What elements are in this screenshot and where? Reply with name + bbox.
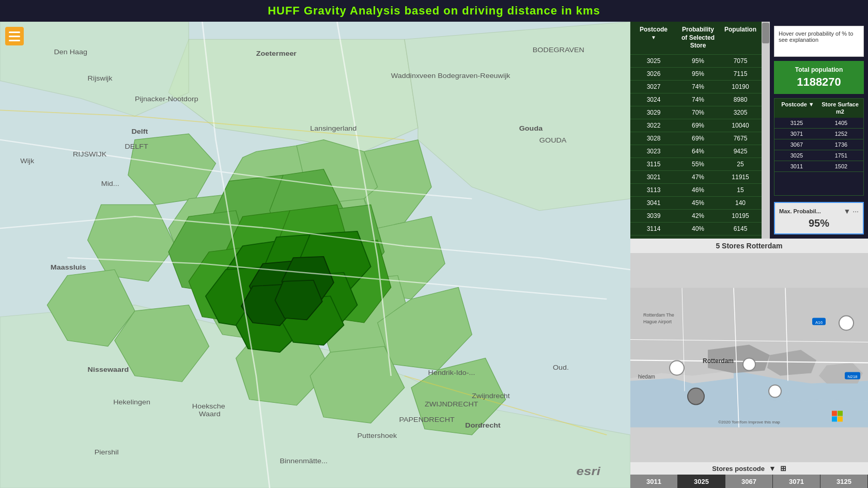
cell-population: 15	[719, 184, 762, 196]
postcode-tab-3025[interactable]: 3025	[678, 475, 725, 488]
cell-population: 25	[719, 158, 762, 170]
page-title: HUFF Gravity Analysis based on driving d…	[0, 0, 868, 22]
svg-text:Rotterdam: Rotterdam	[703, 357, 734, 365]
scrollbar-thumb[interactable]	[762, 23, 769, 43]
table-row[interactable]: 3028 69% 7675	[630, 132, 762, 145]
table-row[interactable]: 3039 42% 10195	[630, 210, 762, 223]
store-surface-col2: Store Surface m2	[819, 101, 861, 116]
col-postcode: Postcode ▼	[630, 24, 677, 52]
table-header: Postcode ▼ Probability of Selected Store…	[630, 22, 762, 55]
map-label-rijswijk-upper: RIJSWIJK	[73, 150, 106, 158]
store-surface-row[interactable]: 3011 1502	[774, 161, 863, 172]
max-prob-more-icon[interactable]: ···	[853, 207, 859, 215]
postcode-tab-3067[interactable]: 3067	[725, 475, 773, 488]
cell-probability: 46%	[677, 184, 719, 196]
cell-population: 8980	[719, 93, 762, 106]
max-prob-value: 95%	[779, 217, 859, 229]
table-row[interactable]: 3029 70% 3205	[630, 106, 762, 119]
map-label-nissewaard: Nissewaard	[88, 366, 129, 373]
max-prob-filter-icon[interactable]: ▼	[843, 207, 850, 215]
table-body[interactable]: 3025 95% 7075 3026 95% 7115 3027 74% 101…	[630, 55, 762, 239]
table-row[interactable]: 3025 95% 7075	[630, 55, 762, 68]
map-label-rijswijk: Rijswijk	[88, 75, 113, 82]
table-row[interactable]: 3115 55% 25	[630, 158, 762, 171]
store-surface-row[interactable]: 3125 1405	[774, 118, 863, 129]
store-surface-row[interactable]: 3071 1252	[774, 129, 863, 139]
store-circle-5	[839, 316, 854, 330]
postcode-tab-3011[interactable]: 3011	[630, 475, 678, 488]
table-row[interactable]: 3023 64% 9425	[630, 145, 762, 158]
cell-probability: 47%	[677, 171, 719, 183]
hover-tooltip: Hover over probability of % to see expla…	[774, 26, 864, 57]
svg-text:Rotterdam The: Rotterdam The	[643, 312, 674, 318]
store-circle-1	[670, 361, 684, 375]
store-circle-2	[743, 358, 755, 371]
col-probability: Probability of Selected Store	[677, 24, 719, 52]
store-surface-body: 3125 1405 3071 1252 3067 1736 3025 1751 …	[774, 118, 863, 172]
cell-probability: 69%	[677, 119, 719, 132]
main-map[interactable]: Den Haag Rijswijk Pijnacker-Nootdorp Zoe…	[0, 22, 630, 488]
table-row[interactable]: 3024 74% 8980	[630, 93, 762, 106]
map-label-wijk: Wijk	[20, 158, 34, 165]
table-row[interactable]: 3026 95% 7115	[630, 68, 762, 81]
svg-rect-52	[832, 411, 837, 416]
col-population: Population	[719, 24, 762, 52]
grid-icon[interactable]: ⊞	[780, 464, 786, 473]
total-population-value: 1188270	[779, 75, 859, 89]
ss-surface: 1751	[819, 150, 863, 161]
table-scrollbar[interactable]	[762, 22, 770, 239]
table-row[interactable]: 3041 45% 140	[630, 197, 762, 210]
ss-surface: 1405	[819, 118, 863, 128]
hamburger-button[interactable]	[5, 27, 24, 45]
ss-postcode: 3071	[774, 129, 819, 139]
cell-probability: 74%	[677, 93, 719, 106]
ss-postcode: 3011	[774, 161, 819, 171]
svg-rect-55	[838, 417, 843, 422]
total-population-box: Total population 1188270	[774, 61, 864, 94]
map-svg: Den Haag Rijswijk Pijnacker-Nootdorp Zoe…	[0, 22, 630, 488]
stores-rotterdam-title: 5 Stores Rotterdam	[630, 239, 868, 253]
store-surface-row[interactable]: 3067 1736	[774, 139, 863, 150]
cell-population: 7675	[719, 132, 762, 145]
bottom-right-panel: 5 Stores Rotterdam	[630, 239, 868, 488]
cell-postcode: 3041	[630, 197, 677, 209]
table-row[interactable]: 3113 46% 15	[630, 184, 762, 197]
postcode-tab-3071[interactable]: 3071	[773, 475, 820, 488]
map-label-oud: Oud.	[553, 364, 569, 371]
map-label-puttershoek: Puttershoek	[358, 432, 397, 439]
cell-postcode: 3024	[630, 93, 677, 106]
ss-surface: 1252	[819, 129, 863, 139]
mini-map-svg: Rotterdam hiedam Rotterdam The Hague Air…	[630, 253, 868, 462]
cell-population: 7115	[719, 68, 762, 80]
map-label-denhaag: Den Haag	[54, 49, 87, 56]
cell-postcode: 3115	[630, 158, 677, 170]
cell-population: 10040	[719, 119, 762, 132]
table-row[interactable]: 3021 47% 11915	[630, 171, 762, 184]
mini-map[interactable]: Rotterdam hiedam Rotterdam The Hague Air…	[630, 253, 868, 462]
store-circle-selected	[688, 388, 704, 405]
cell-population: 10195	[719, 210, 762, 222]
probability-table: Postcode ▼ Probability of Selected Store…	[630, 22, 762, 239]
map-label-piershil: Piershil	[95, 449, 119, 456]
store-surface-row[interactable]: 3025 1751	[774, 150, 863, 161]
table-row[interactable]: 3022 69% 10040	[630, 119, 762, 132]
map-label-maassluis: Maassluis	[51, 264, 86, 271]
svg-text:Hague Airport: Hague Airport	[643, 319, 672, 324]
cell-population: 11915	[719, 171, 762, 183]
cell-population: 3205	[719, 106, 762, 119]
map-label-lansingerland: Lansingerland	[310, 125, 357, 132]
stores-postcode-bar: Stores postcode ▼ ⊞ 30113025306730713125	[630, 462, 868, 488]
ss-surface: 1736	[819, 139, 863, 150]
svg-text:A16: A16	[815, 320, 823, 325]
table-row[interactable]: 3114 40% 6145	[630, 223, 762, 235]
postcode-tabs: 30113025306730713125	[630, 475, 868, 488]
cell-probability: 40%	[677, 223, 719, 235]
map-label-delft-upper: DELFT	[125, 143, 148, 150]
ss-postcode: 3025	[774, 150, 819, 161]
filter-icon[interactable]: ▼	[769, 464, 776, 473]
map-label-zoetermeer: Zoetermeer	[256, 50, 297, 57]
svg-text:©2020 TomTom  Improve this map: ©2020 TomTom Improve this map	[718, 420, 780, 424]
postcode-tab-3125[interactable]: 3125	[820, 475, 868, 488]
ss-postcode: 3125	[774, 118, 819, 128]
table-row[interactable]: 3027 74% 10190	[630, 81, 762, 93]
